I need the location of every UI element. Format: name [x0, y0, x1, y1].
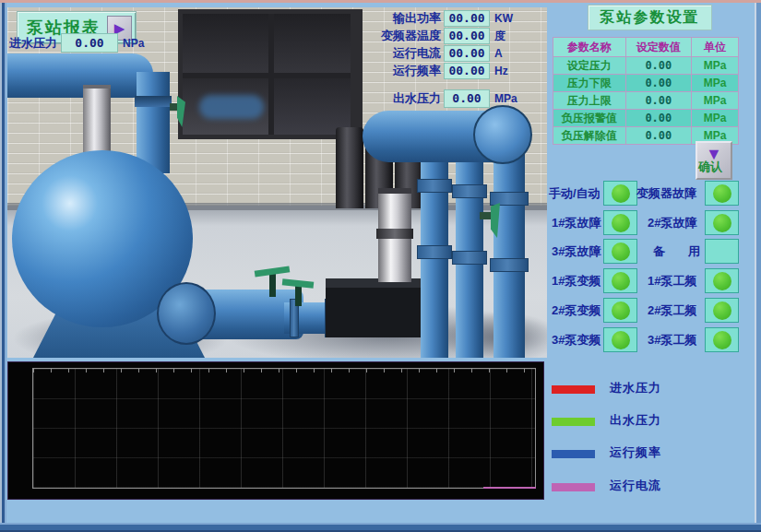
window-pane [183, 78, 268, 135]
running-frequency-field: 运行频率 00.00 Hz [371, 63, 508, 79]
param-value-input[interactable]: 0.00 [625, 57, 692, 75]
settings-row: 负压报警值 0.00 MPa [553, 110, 739, 127]
valve-stem [295, 284, 302, 306]
param-value-input[interactable]: 0.00 [625, 127, 692, 145]
status-lamp [713, 331, 731, 349]
status-label: 备 用 [653, 239, 706, 264]
param-unit: MPa [692, 92, 739, 110]
param-unit: MPa [692, 57, 739, 75]
confirm-triangle-icon: ▼ [706, 148, 722, 160]
pipe-clamp [135, 96, 172, 107]
status-row: 手动/自动 变频器故障 [549, 181, 741, 206]
pump-band [376, 229, 413, 239]
pump-motor [336, 127, 363, 208]
metric-label: 运行频率 [371, 63, 441, 79]
metric-label: 变频器温度 [371, 28, 441, 44]
param-value-input[interactable]: 0.00 [625, 92, 692, 110]
pipe-flange [417, 245, 452, 259]
trend-chart [7, 361, 544, 500]
window-pane [183, 14, 268, 73]
status-lamp [612, 331, 630, 349]
param-value-input[interactable]: 0.00 [625, 75, 692, 92]
status-lamp [612, 184, 630, 203]
status-label: 3#泵故障 [552, 239, 600, 264]
pipe-flange [490, 192, 529, 206]
outlet-pressure-field: 出水压力 0.00 MPa [371, 89, 517, 108]
metric-unit: A [494, 47, 503, 60]
status-lamp-box [603, 268, 637, 293]
status-lamp [713, 214, 731, 232]
status-lamp [612, 242, 630, 261]
status-lamp-box [705, 181, 739, 206]
param-name: 负压报警值 [553, 110, 626, 127]
param-value-input[interactable]: 0.00 [625, 110, 692, 127]
settings-row: 压力上限 0.00 MPa [553, 92, 739, 110]
status-lamp [713, 184, 731, 203]
status-lamp-box [603, 181, 637, 206]
outlet-pressure-unit: MPa [494, 92, 517, 105]
status-label: 1#泵故障 [552, 210, 600, 235]
status-lamp [713, 301, 731, 320]
metric-value: 00.00 [444, 10, 490, 27]
status-label: 3#泵变频 [552, 327, 600, 352]
col-header-name: 参数名称 [553, 38, 626, 57]
status-label: 手动/自动 [549, 181, 600, 206]
inlet-pressure-unit: NPa [123, 37, 144, 50]
status-row: 1#泵故障 2#泵故障 [549, 210, 741, 235]
status-label: 1#泵工频 [648, 268, 696, 293]
param-name: 压力上限 [553, 92, 626, 110]
metric-unit: KW [494, 12, 513, 25]
frame-right [755, 3, 761, 532]
outlet-pressure-value: 0.00 [444, 89, 490, 108]
inlet-pressure-value: 0.00 [61, 33, 118, 53]
metric-label: 运行电流 [371, 45, 441, 62]
legend-label: 运行电流 [610, 478, 661, 494]
legend-swatch-running-frequency [552, 450, 595, 458]
pipe-reflection [199, 95, 264, 119]
outlet-pressure-label: 出水压力 [371, 90, 441, 107]
trend-axis-ticks [33, 369, 535, 372]
status-label: 变频器故障 [636, 181, 696, 206]
settings-table-header: 参数名称 设定数值 单位 [553, 38, 739, 57]
settings-row: 设定压力 0.00 MPa [553, 57, 739, 75]
status-lamp-box [603, 210, 637, 235]
legend-item: 运行电流 [552, 478, 661, 494]
confirm-button-label: 确认 [698, 160, 722, 173]
metric-value: 00.00 [444, 63, 490, 79]
pipe-flange [417, 179, 452, 193]
status-lamp-box [705, 298, 739, 323]
inlet-pressure-label: 进水压力 [9, 35, 57, 52]
output-power-field: 输出功率 00.00 KW [371, 10, 513, 27]
inlet-pipe-horizontal [7, 53, 153, 98]
legend-label: 运行频率 [610, 444, 661, 461]
status-lamp [612, 214, 630, 232]
legend-swatch-outlet-pressure [552, 418, 595, 426]
legend-label: 出水压力 [610, 412, 661, 429]
col-header-value: 设定数值 [625, 38, 692, 57]
param-name: 设定压力 [553, 57, 626, 75]
status-label: 2#泵故障 [648, 210, 696, 235]
trend-plot-area [32, 368, 536, 489]
status-label: 1#泵变频 [552, 268, 600, 293]
status-lamp [713, 272, 731, 290]
param-unit: MPa [692, 75, 739, 92]
frame-top [0, 0, 761, 3]
legend-swatch-inlet-pressure [552, 385, 595, 394]
status-lamp-box [705, 327, 739, 352]
param-unit: MPa [692, 110, 739, 127]
legend-item: 进水压力 [552, 380, 661, 396]
status-label: 3#泵工频 [648, 327, 696, 352]
settings-row: 压力下限 0.00 MPa [553, 75, 739, 92]
confirm-button[interactable]: ▼ 确认 [696, 141, 732, 180]
status-lamp [612, 272, 630, 290]
metric-value: 00.00 [444, 45, 490, 62]
manifold-flange-face [157, 282, 216, 345]
param-name: 负压解除值 [553, 127, 626, 145]
riser-pipe [493, 136, 525, 358]
window [178, 9, 363, 139]
status-lamp [612, 301, 630, 320]
header-end-cap [473, 105, 532, 164]
running-current-field: 运行电流 00.00 A [371, 45, 503, 62]
legend-item: 出水压力 [552, 412, 661, 429]
pipe-flange [452, 251, 487, 265]
